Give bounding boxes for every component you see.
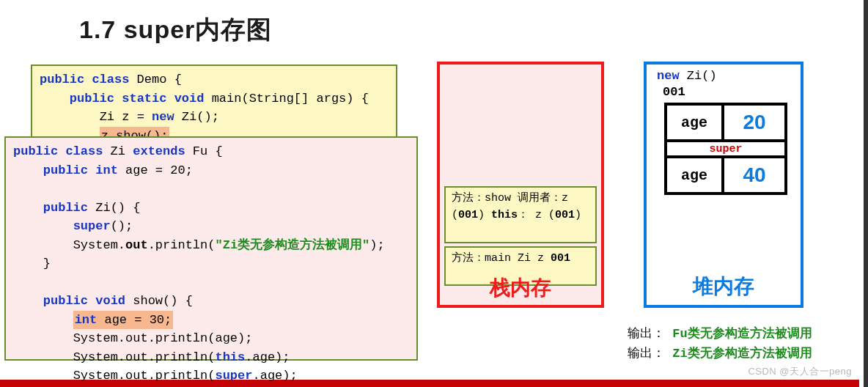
heap-memory-box: new Zi() 001 age 20 super age 40 堆内存 — [644, 62, 803, 308]
obj-field-label: age — [667, 106, 724, 139]
obj-field-value: 20 — [724, 106, 784, 139]
kw: int — [75, 313, 98, 327]
obj-field-label: age — [667, 158, 724, 192]
kw: public int — [43, 163, 118, 177]
kw: out — [125, 238, 148, 252]
output-line: 输出： Fu类无参构造方法被调用 — [628, 324, 812, 344]
kw: new — [152, 110, 174, 124]
output-msg: Fu类无参构造方法被调用 — [672, 327, 812, 341]
txt: System.out.println( — [73, 350, 216, 364]
txt: .println( — [148, 238, 216, 252]
txt: 方法：show — [452, 192, 511, 204]
txt: this — [491, 209, 518, 221]
txt: (); — [111, 219, 133, 233]
output-prefix: 输出： — [628, 327, 665, 341]
kw: this — [215, 350, 245, 364]
kw: extends — [133, 144, 185, 158]
kw: super — [73, 219, 111, 233]
output-msg: Zi类无参构造方法被调用 — [672, 347, 812, 361]
kw: super — [215, 369, 252, 383]
output-lines: 输出： Fu类无参构造方法被调用 输出： Zi类无参构造方法被调用 — [628, 324, 812, 364]
txt: Zi z — [518, 252, 551, 265]
code-panel-zi: public class Zi extends Fu { public int … — [4, 136, 418, 361]
txt: show() { — [125, 294, 193, 308]
txt: .age); — [252, 369, 297, 383]
txt: Fu { — [185, 144, 223, 158]
kw: new — [657, 69, 680, 83]
txt: ： z ( — [518, 209, 555, 221]
txt: 方法：main — [452, 252, 511, 265]
output-prefix: 输出： — [628, 347, 665, 361]
txt: System.out.println( — [73, 369, 216, 383]
txt: Zi() { — [88, 201, 140, 215]
highlight-intage: int age = 30; — [73, 311, 174, 330]
stack-label: 栈内存 — [440, 274, 601, 302]
txt: Zi(); — [174, 110, 219, 124]
section-title: 1.7 super内存图 — [79, 13, 272, 47]
stack-memory-box: 方法：show 调用者：z (001) this： z (001) 方法：mai… — [437, 62, 604, 308]
watermark: CSDN @天人合一peng — [748, 365, 852, 378]
txt: 001 — [551, 252, 570, 265]
stack-frame-show: 方法：show 调用者：z (001) this： z (001) — [444, 186, 597, 243]
obj-row: age 40 — [667, 158, 784, 192]
txt: Zi z = — [100, 110, 152, 124]
txt: ) — [575, 209, 581, 221]
heap-label: 堆内存 — [647, 273, 801, 301]
kw: public — [43, 201, 88, 215]
page: 1.7 super内存图 public class Demo { public … — [0, 0, 868, 387]
kw: public static void — [70, 92, 205, 106]
txt: Zi() — [680, 69, 717, 83]
txt: Demo { — [129, 73, 181, 86]
heap-header: new Zi() — [657, 69, 717, 83]
kw: public void — [43, 294, 125, 308]
object-grid: age 20 super age 40 — [664, 103, 787, 195]
code-panel-demo: public class Demo { public static void m… — [31, 64, 397, 138]
txt: Zi — [103, 144, 133, 158]
txt: ) — [478, 209, 485, 221]
kw: public class — [40, 73, 129, 86]
txt: main(String[] args) { — [204, 92, 368, 106]
txt: } — [43, 257, 51, 270]
txt: 001 — [555, 209, 575, 221]
kw: public class — [13, 144, 103, 158]
txt: ); — [369, 238, 384, 252]
txt: .age); — [245, 350, 290, 364]
obj-row: age 20 — [667, 106, 784, 139]
output-line: 输出： Zi类无参构造方法被调用 — [628, 344, 812, 364]
txt: age = 20; — [118, 163, 193, 177]
txt: System.out.println(age); — [73, 331, 253, 345]
obj-super-separator: super — [667, 139, 784, 158]
txt: System. — [73, 238, 125, 252]
heap-address: 001 — [663, 85, 685, 99]
str: "Zi类无参构造方法被调用" — [215, 238, 369, 252]
obj-field-value: 40 — [724, 158, 784, 192]
txt: age = 30; — [97, 313, 172, 327]
txt: 001 — [458, 209, 478, 221]
